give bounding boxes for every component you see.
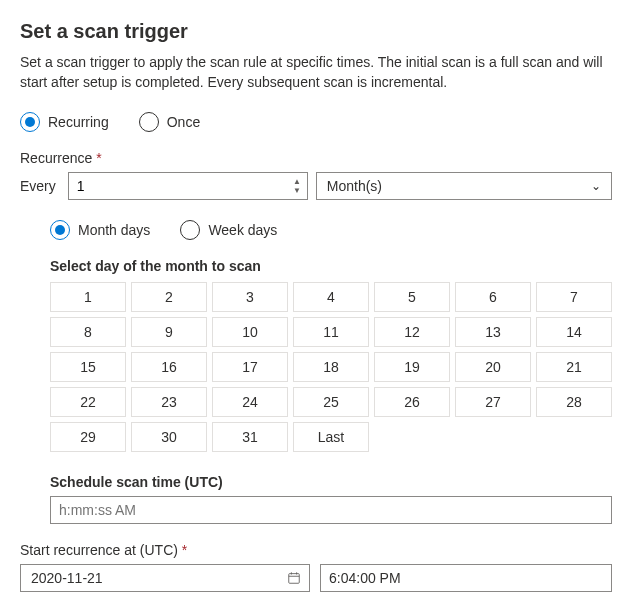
radio-once[interactable]: Once bbox=[139, 112, 200, 132]
month-days-grid: 1234567891011121314151617181920212223242… bbox=[50, 282, 612, 452]
page-title: Set a scan trigger bbox=[20, 20, 612, 43]
day-cell-31[interactable]: 31 bbox=[212, 422, 288, 452]
start-date-picker[interactable] bbox=[20, 564, 310, 592]
day-cell-5[interactable]: 5 bbox=[374, 282, 450, 312]
day-cell-24[interactable]: 24 bbox=[212, 387, 288, 417]
day-cell-21[interactable]: 21 bbox=[536, 352, 612, 382]
every-spinner[interactable]: ▲ ▼ bbox=[68, 172, 308, 200]
radio-month-days[interactable]: Month days bbox=[50, 220, 150, 240]
chevron-up-icon[interactable]: ▲ bbox=[293, 178, 301, 186]
day-cell-22[interactable]: 22 bbox=[50, 387, 126, 417]
day-cell-last[interactable]: Last bbox=[293, 422, 369, 452]
radio-icon bbox=[50, 220, 70, 240]
radio-icon bbox=[180, 220, 200, 240]
radio-month-days-label: Month days bbox=[78, 222, 150, 238]
day-cell-3[interactable]: 3 bbox=[212, 282, 288, 312]
radio-recurring-label: Recurring bbox=[48, 114, 109, 130]
day-cell-29[interactable]: 29 bbox=[50, 422, 126, 452]
day-cell-8[interactable]: 8 bbox=[50, 317, 126, 347]
radio-week-days-label: Week days bbox=[208, 222, 277, 238]
radio-icon bbox=[139, 112, 159, 132]
unit-dropdown[interactable]: Month(s) ⌄ bbox=[316, 172, 612, 200]
day-cell-6[interactable]: 6 bbox=[455, 282, 531, 312]
day-cell-28[interactable]: 28 bbox=[536, 387, 612, 417]
start-time-input[interactable] bbox=[320, 564, 612, 592]
radio-once-label: Once bbox=[167, 114, 200, 130]
day-cell-12[interactable]: 12 bbox=[374, 317, 450, 347]
day-cell-17[interactable]: 17 bbox=[212, 352, 288, 382]
radio-recurring[interactable]: Recurring bbox=[20, 112, 109, 132]
day-cell-9[interactable]: 9 bbox=[131, 317, 207, 347]
day-cell-30[interactable]: 30 bbox=[131, 422, 207, 452]
day-cell-27[interactable]: 27 bbox=[455, 387, 531, 417]
page-description: Set a scan trigger to apply the scan rul… bbox=[20, 53, 612, 92]
day-cell-1[interactable]: 1 bbox=[50, 282, 126, 312]
day-cell-18[interactable]: 18 bbox=[293, 352, 369, 382]
svg-rect-0 bbox=[289, 574, 300, 584]
day-cell-25[interactable]: 25 bbox=[293, 387, 369, 417]
every-label: Every bbox=[20, 178, 56, 194]
days-mode-group: Month days Week days bbox=[50, 220, 612, 240]
start-date-input[interactable] bbox=[29, 569, 287, 587]
schedule-time-label: Schedule scan time (UTC) bbox=[50, 474, 612, 490]
day-cell-15[interactable]: 15 bbox=[50, 352, 126, 382]
radio-icon bbox=[20, 112, 40, 132]
day-cell-4[interactable]: 4 bbox=[293, 282, 369, 312]
every-input[interactable] bbox=[69, 173, 287, 199]
recurrence-label: Recurrence bbox=[20, 150, 612, 166]
day-cell-26[interactable]: 26 bbox=[374, 387, 450, 417]
schedule-time-input[interactable] bbox=[50, 496, 612, 524]
day-cell-7[interactable]: 7 bbox=[536, 282, 612, 312]
day-cell-14[interactable]: 14 bbox=[536, 317, 612, 347]
start-recurrence-label: Start recurrence at (UTC) bbox=[20, 542, 612, 558]
day-cell-19[interactable]: 19 bbox=[374, 352, 450, 382]
radio-week-days[interactable]: Week days bbox=[180, 220, 277, 240]
month-days-label: Select day of the month to scan bbox=[50, 258, 612, 274]
day-cell-10[interactable]: 10 bbox=[212, 317, 288, 347]
trigger-type-group: Recurring Once bbox=[20, 112, 612, 132]
day-cell-11[interactable]: 11 bbox=[293, 317, 369, 347]
chevron-down-icon: ⌄ bbox=[591, 179, 601, 193]
start-recurrence-row bbox=[20, 564, 612, 592]
calendar-icon[interactable] bbox=[287, 571, 301, 585]
day-cell-2[interactable]: 2 bbox=[131, 282, 207, 312]
unit-value: Month(s) bbox=[327, 178, 382, 194]
day-cell-13[interactable]: 13 bbox=[455, 317, 531, 347]
every-row: Every ▲ ▼ Month(s) ⌄ bbox=[20, 172, 612, 200]
day-cell-16[interactable]: 16 bbox=[131, 352, 207, 382]
chevron-down-icon[interactable]: ▼ bbox=[293, 187, 301, 195]
day-cell-23[interactable]: 23 bbox=[131, 387, 207, 417]
spinner-buttons[interactable]: ▲ ▼ bbox=[287, 173, 307, 199]
day-cell-20[interactable]: 20 bbox=[455, 352, 531, 382]
